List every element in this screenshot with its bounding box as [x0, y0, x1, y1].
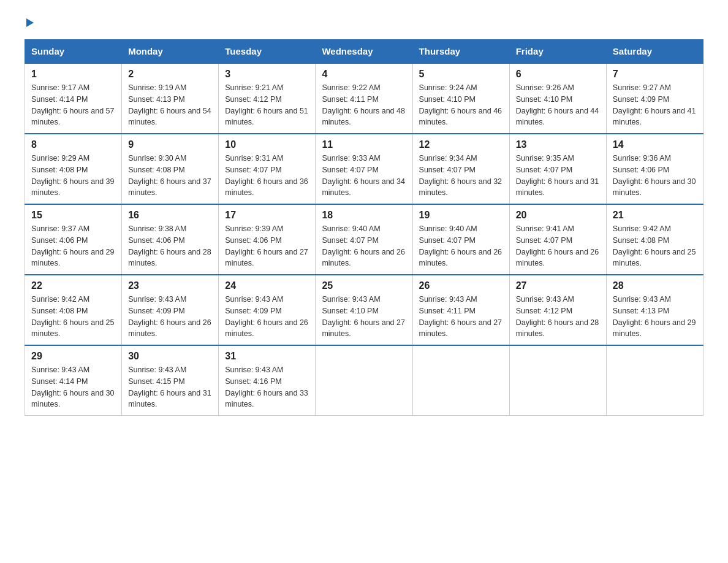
- day-info: Sunrise: 9:43 AMSunset: 4:13 PMDaylight:…: [613, 295, 696, 338]
- day-info: Sunrise: 9:43 AMSunset: 4:09 PMDaylight:…: [128, 295, 211, 338]
- day-info: Sunrise: 9:30 AMSunset: 4:08 PMDaylight:…: [128, 154, 211, 197]
- day-number: 11: [322, 139, 406, 150]
- day-of-week-header: Friday: [509, 40, 606, 64]
- calendar-day-cell: 24 Sunrise: 9:43 AMSunset: 4:09 PMDaylig…: [219, 275, 316, 345]
- calendar-week-row: 22 Sunrise: 9:42 AMSunset: 4:08 PMDaylig…: [25, 275, 703, 345]
- day-number: 10: [225, 139, 309, 150]
- calendar-day-cell: 22 Sunrise: 9:42 AMSunset: 4:08 PMDaylig…: [25, 275, 122, 345]
- day-info: Sunrise: 9:36 AMSunset: 4:06 PMDaylight:…: [613, 154, 696, 197]
- day-info: Sunrise: 9:42 AMSunset: 4:08 PMDaylight:…: [31, 295, 115, 338]
- day-number: 27: [516, 280, 600, 291]
- calendar-day-cell: 3 Sunrise: 9:21 AMSunset: 4:12 PMDayligh…: [219, 63, 316, 134]
- calendar-header: SundayMondayTuesdayWednesdayThursdayFrid…: [25, 40, 703, 64]
- day-info: Sunrise: 9:43 AMSunset: 4:12 PMDaylight:…: [516, 295, 599, 338]
- day-number: 23: [128, 280, 212, 291]
- day-number: 24: [225, 280, 309, 291]
- calendar-day-cell: 27 Sunrise: 9:43 AMSunset: 4:12 PMDaylig…: [509, 275, 606, 345]
- calendar-day-cell: 1 Sunrise: 9:17 AMSunset: 4:14 PMDayligh…: [25, 63, 122, 134]
- day-of-week-header: Thursday: [412, 40, 509, 64]
- day-number: 16: [128, 210, 212, 221]
- calendar-day-cell: 13 Sunrise: 9:35 AMSunset: 4:07 PMDaylig…: [509, 134, 606, 204]
- day-info: Sunrise: 9:39 AMSunset: 4:06 PMDaylight:…: [225, 224, 308, 267]
- day-info: Sunrise: 9:24 AMSunset: 4:10 PMDaylight:…: [419, 83, 502, 126]
- calendar-day-cell: 5 Sunrise: 9:24 AMSunset: 4:10 PMDayligh…: [412, 63, 509, 134]
- day-of-week-header: Monday: [122, 40, 219, 64]
- day-info: Sunrise: 9:43 AMSunset: 4:16 PMDaylight:…: [225, 366, 308, 408]
- calendar-day-cell: 8 Sunrise: 9:29 AMSunset: 4:08 PMDayligh…: [25, 134, 122, 204]
- day-info: Sunrise: 9:29 AMSunset: 4:08 PMDaylight:…: [31, 154, 115, 197]
- day-of-week-header: Saturday: [606, 40, 703, 64]
- day-number: 22: [31, 280, 115, 291]
- calendar-day-cell: [316, 345, 412, 416]
- day-number: 21: [613, 210, 697, 221]
- calendar-day-cell: 6 Sunrise: 9:26 AMSunset: 4:10 PMDayligh…: [509, 63, 606, 134]
- calendar-day-cell: 19 Sunrise: 9:40 AMSunset: 4:07 PMDaylig…: [412, 204, 509, 275]
- calendar-week-row: 8 Sunrise: 9:29 AMSunset: 4:08 PMDayligh…: [25, 134, 703, 204]
- day-number: 31: [225, 351, 309, 362]
- header-row: SundayMondayTuesdayWednesdayThursdayFrid…: [25, 40, 703, 64]
- day-number: 1: [31, 69, 115, 80]
- calendar-day-cell: 12 Sunrise: 9:34 AMSunset: 4:07 PMDaylig…: [412, 134, 509, 204]
- day-info: Sunrise: 9:19 AMSunset: 4:13 PMDaylight:…: [128, 83, 211, 126]
- day-number: 15: [31, 210, 115, 221]
- logo-triangle-icon: [26, 18, 34, 27]
- calendar-day-cell: 11 Sunrise: 9:33 AMSunset: 4:07 PMDaylig…: [316, 134, 412, 204]
- day-number: 7: [613, 69, 697, 80]
- calendar-day-cell: 30 Sunrise: 9:43 AMSunset: 4:15 PMDaylig…: [122, 345, 219, 416]
- calendar-day-cell: [509, 345, 606, 416]
- day-info: Sunrise: 9:40 AMSunset: 4:07 PMDaylight:…: [419, 224, 502, 267]
- day-of-week-header: Sunday: [25, 40, 122, 64]
- day-number: 6: [516, 69, 600, 80]
- calendar-day-cell: 9 Sunrise: 9:30 AMSunset: 4:08 PMDayligh…: [122, 134, 219, 204]
- day-info: Sunrise: 9:43 AMSunset: 4:15 PMDaylight:…: [128, 366, 211, 408]
- calendar-day-cell: 10 Sunrise: 9:31 AMSunset: 4:07 PMDaylig…: [219, 134, 316, 204]
- calendar-day-cell: 23 Sunrise: 9:43 AMSunset: 4:09 PMDaylig…: [122, 275, 219, 345]
- logo: [25, 18, 34, 27]
- day-info: Sunrise: 9:37 AMSunset: 4:06 PMDaylight:…: [31, 224, 115, 267]
- day-number: 14: [613, 139, 697, 150]
- day-info: Sunrise: 9:41 AMSunset: 4:07 PMDaylight:…: [516, 224, 599, 267]
- calendar-day-cell: 26 Sunrise: 9:43 AMSunset: 4:11 PMDaylig…: [412, 275, 509, 345]
- day-number: 2: [128, 69, 212, 80]
- calendar-week-row: 29 Sunrise: 9:43 AMSunset: 4:14 PMDaylig…: [25, 345, 703, 416]
- calendar-day-cell: 17 Sunrise: 9:39 AMSunset: 4:06 PMDaylig…: [219, 204, 316, 275]
- day-info: Sunrise: 9:35 AMSunset: 4:07 PMDaylight:…: [516, 154, 599, 197]
- day-info: Sunrise: 9:27 AMSunset: 4:09 PMDaylight:…: [613, 83, 696, 126]
- calendar-day-cell: 21 Sunrise: 9:42 AMSunset: 4:08 PMDaylig…: [606, 204, 703, 275]
- day-number: 20: [516, 210, 600, 221]
- calendar-table: SundayMondayTuesdayWednesdayThursdayFrid…: [25, 39, 703, 416]
- calendar-week-row: 1 Sunrise: 9:17 AMSunset: 4:14 PMDayligh…: [25, 63, 703, 134]
- day-number: 30: [128, 351, 212, 362]
- day-info: Sunrise: 9:38 AMSunset: 4:06 PMDaylight:…: [128, 224, 211, 267]
- calendar-body: 1 Sunrise: 9:17 AMSunset: 4:14 PMDayligh…: [25, 63, 703, 416]
- day-number: 29: [31, 351, 115, 362]
- day-info: Sunrise: 9:33 AMSunset: 4:07 PMDaylight:…: [322, 154, 405, 197]
- calendar-day-cell: 20 Sunrise: 9:41 AMSunset: 4:07 PMDaylig…: [509, 204, 606, 275]
- calendar-day-cell: 31 Sunrise: 9:43 AMSunset: 4:16 PMDaylig…: [219, 345, 316, 416]
- day-number: 17: [225, 210, 309, 221]
- day-number: 9: [128, 139, 212, 150]
- day-number: 28: [613, 280, 697, 291]
- day-info: Sunrise: 9:31 AMSunset: 4:07 PMDaylight:…: [225, 154, 308, 197]
- day-info: Sunrise: 9:34 AMSunset: 4:07 PMDaylight:…: [419, 154, 502, 197]
- day-info: Sunrise: 9:21 AMSunset: 4:12 PMDaylight:…: [225, 83, 308, 126]
- day-number: 26: [419, 280, 503, 291]
- day-of-week-header: Wednesday: [316, 40, 412, 64]
- day-info: Sunrise: 9:43 AMSunset: 4:14 PMDaylight:…: [31, 366, 115, 408]
- calendar-day-cell: 25 Sunrise: 9:43 AMSunset: 4:10 PMDaylig…: [316, 275, 412, 345]
- calendar-day-cell: 28 Sunrise: 9:43 AMSunset: 4:13 PMDaylig…: [606, 275, 703, 345]
- day-info: Sunrise: 9:42 AMSunset: 4:08 PMDaylight:…: [613, 224, 696, 267]
- day-number: 25: [322, 280, 406, 291]
- day-info: Sunrise: 9:43 AMSunset: 4:11 PMDaylight:…: [419, 295, 502, 338]
- calendar-day-cell: 18 Sunrise: 9:40 AMSunset: 4:07 PMDaylig…: [316, 204, 412, 275]
- calendar-day-cell: 14 Sunrise: 9:36 AMSunset: 4:06 PMDaylig…: [606, 134, 703, 204]
- day-number: 3: [225, 69, 309, 80]
- calendar-week-row: 15 Sunrise: 9:37 AMSunset: 4:06 PMDaylig…: [25, 204, 703, 275]
- calendar-day-cell: 16 Sunrise: 9:38 AMSunset: 4:06 PMDaylig…: [122, 204, 219, 275]
- calendar-day-cell: [412, 345, 509, 416]
- day-info: Sunrise: 9:26 AMSunset: 4:10 PMDaylight:…: [516, 83, 599, 126]
- day-number: 5: [419, 69, 503, 80]
- day-info: Sunrise: 9:40 AMSunset: 4:07 PMDaylight:…: [322, 224, 405, 267]
- logo-general-line: [25, 18, 34, 27]
- day-info: Sunrise: 9:43 AMSunset: 4:09 PMDaylight:…: [225, 295, 308, 338]
